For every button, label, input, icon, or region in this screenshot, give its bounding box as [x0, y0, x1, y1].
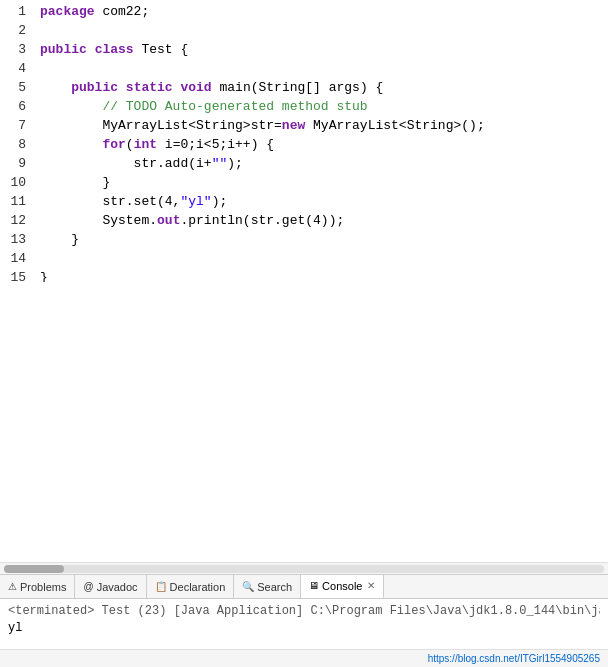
line-number: 6	[4, 97, 26, 116]
code-line: }	[40, 230, 608, 249]
line-number: 5	[4, 78, 26, 97]
line-number: 7	[4, 116, 26, 135]
status-url: https://blog.csdn.net/ITGirl1554905265	[428, 653, 600, 664]
tab-search[interactable]: 🔍Search	[234, 575, 301, 599]
line-number: 13	[4, 230, 26, 249]
scroll-area[interactable]	[0, 562, 608, 574]
code-line: str.add(i+"");	[40, 154, 608, 173]
line-number: 8	[4, 135, 26, 154]
search-tab-label: Search	[257, 581, 292, 593]
line-number: 4	[4, 59, 26, 78]
line-number: 14	[4, 249, 26, 268]
console-output: <terminated> Test (23) [Java Application…	[0, 599, 608, 649]
line-number: 2	[4, 21, 26, 40]
line-number: 10	[4, 173, 26, 192]
code-line: System.out.println(str.get(4));	[40, 211, 608, 230]
line-number: 12	[4, 211, 26, 230]
line-number: 3	[4, 40, 26, 59]
tab-console[interactable]: 🖥Console✕	[301, 575, 384, 599]
problems-tab-label: Problems	[20, 581, 66, 593]
tab-problems[interactable]: ⚠Problems	[0, 575, 75, 599]
declaration-tab-label: Declaration	[170, 581, 226, 593]
editor-area: 12345678910111213141516 package com22; p…	[0, 0, 608, 574]
code-line: }	[40, 173, 608, 192]
code-line: public static void main(String[] args) {	[40, 78, 608, 97]
line-number: 11	[4, 192, 26, 211]
tab-declaration[interactable]: 📋Declaration	[147, 575, 235, 599]
code-line: public class Test {	[40, 40, 608, 59]
console-tab-close[interactable]: ✕	[367, 580, 375, 591]
line-numbers: 12345678910111213141516	[0, 2, 32, 282]
problems-tab-icon: ⚠	[8, 581, 17, 592]
code-line: MyArrayList<String>str=new MyArrayList<S…	[40, 116, 608, 135]
code-line	[40, 21, 608, 40]
code-line: // TODO Auto-generated method stub	[40, 97, 608, 116]
status-bar: https://blog.csdn.net/ITGirl1554905265	[0, 649, 608, 667]
declaration-tab-icon: 📋	[155, 581, 167, 592]
javadoc-tab-icon: @	[83, 581, 93, 592]
code-line: for(int i=0;i<5;i++) {	[40, 135, 608, 154]
console-tab-icon: 🖥	[309, 580, 319, 591]
line-number: 9	[4, 154, 26, 173]
console-tab-label: Console	[322, 580, 362, 592]
console-output-line: yl	[8, 620, 600, 637]
line-number: 1	[4, 2, 26, 21]
bottom-panel: ⚠Problems@Javadoc📋Declaration🔍Search🖥Con…	[0, 574, 608, 649]
console-terminated-line: <terminated> Test (23) [Java Application…	[8, 603, 600, 620]
javadoc-tab-label: Javadoc	[97, 581, 138, 593]
tabs-bar: ⚠Problems@Javadoc📋Declaration🔍Search🖥Con…	[0, 575, 608, 599]
code-line: package com22;	[40, 2, 608, 21]
code-line	[40, 249, 608, 268]
empty-area	[0, 282, 608, 562]
code-container: 12345678910111213141516 package com22; p…	[0, 0, 608, 282]
line-number: 15	[4, 268, 26, 282]
code-line: str.set(4,"yl");	[40, 192, 608, 211]
scroll-track[interactable]	[4, 565, 604, 573]
search-tab-icon: 🔍	[242, 581, 254, 592]
scroll-thumb[interactable]	[4, 565, 64, 573]
code-lines[interactable]: package com22; public class Test { publi…	[32, 2, 608, 282]
code-line: }	[40, 268, 608, 282]
code-line	[40, 59, 608, 78]
tab-javadoc[interactable]: @Javadoc	[75, 575, 146, 599]
